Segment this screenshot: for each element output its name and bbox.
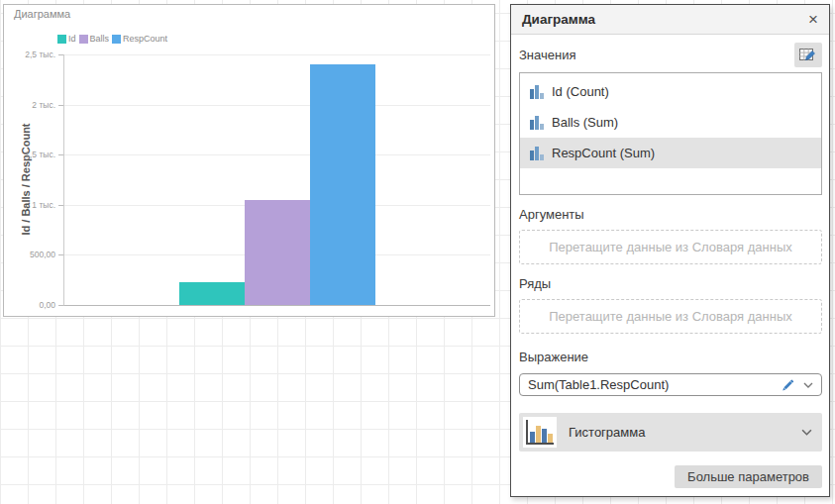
values-list-item[interactable]: Id (Count): [520, 76, 821, 107]
y-tick-label: 1 тыс.: [4, 200, 55, 210]
legend-item-respcount: RespCount: [112, 34, 167, 44]
values-list-item-label: Balls (Sum): [552, 115, 618, 130]
chart-type-select[interactable]: Гистограмма: [519, 413, 822, 452]
h-gridline: [64, 154, 490, 155]
chart-component[interactable]: Диаграмма IdBallsRespCount Id / Balls / …: [3, 4, 495, 317]
y-tick-label: 2 тыс.: [4, 100, 55, 110]
more-parameters-button[interactable]: Больше параметров: [675, 465, 822, 488]
expression-label: Выражение: [519, 350, 822, 364]
expression-field[interactable]: Sum(Table1.RespCount): [519, 373, 822, 396]
series-bars-icon: [530, 147, 544, 160]
chart-type-value: Гистограмма: [569, 425, 801, 440]
h-gridline: [64, 105, 490, 106]
series-dropzone[interactable]: Перетащите данные из Словаря данных: [519, 299, 822, 334]
bar-balls: [245, 200, 310, 305]
series-label: Ряды: [519, 276, 822, 291]
panel-footer: Больше параметров: [519, 465, 822, 488]
panel-body: Значения Id (Count)Balls (Sum)RespCount …: [511, 35, 829, 488]
bar-respcount: [310, 64, 375, 305]
arguments-drop-placeholder: Перетащите данные из Словаря данных: [549, 240, 792, 254]
y-axis: 0,00500,001 тыс.1,5 тыс.2 тыс.2,5 тыс.: [4, 5, 64, 318]
arguments-label: Аргументы: [519, 207, 822, 222]
chevron-down-icon[interactable]: [803, 382, 813, 388]
values-list-item[interactable]: RespCount (Sum): [520, 138, 821, 168]
arguments-dropzone[interactable]: Перетащите данные из Словаря данных: [519, 230, 822, 264]
panel-header: Диаграмма ×: [511, 5, 829, 35]
y-tick-label: 500,00: [4, 250, 55, 259]
plot-area: [63, 54, 490, 306]
pencil-icon[interactable]: [780, 377, 794, 392]
series-drop-placeholder: Перетащите данные из Словаря данных: [549, 309, 792, 324]
values-list-item-label: RespCount (Sum): [552, 146, 655, 160]
y-tick-label: 2,5 тыс.: [4, 50, 55, 59]
diagram-properties-panel: Диаграмма × Значения Id (Count)Balls (Su…: [510, 4, 830, 497]
legend-label: RespCount: [123, 34, 167, 44]
grid-pencil-icon: [798, 47, 818, 63]
y-tick-label: 0,00: [4, 300, 55, 310]
y-tick-label: 1,5 тыс.: [4, 150, 55, 159]
values-label: Значения: [519, 48, 575, 62]
legend-swatch: [112, 35, 121, 44]
legend-item-balls: Balls: [79, 34, 110, 44]
expression-value: Sum(Table1.RespCount): [528, 377, 780, 392]
legend-swatch: [79, 35, 88, 44]
legend-label: Id: [68, 34, 76, 44]
edit-values-button[interactable]: [794, 43, 822, 67]
h-gridline: [64, 54, 490, 55]
values-list-item-label: Id (Count): [552, 84, 609, 99]
legend-label: Balls: [90, 34, 110, 44]
bar-id: [179, 282, 245, 305]
series-bars-icon: [530, 116, 544, 130]
series-bars-icon: [530, 85, 544, 99]
histogram-icon: [523, 417, 557, 448]
values-list: Id (Count)Balls (Sum)RespCount (Sum): [519, 72, 822, 195]
chevron-down-icon: [801, 429, 812, 436]
values-section-header: Значения: [519, 42, 822, 67]
panel-title: Диаграмма: [522, 12, 595, 27]
chart-legend: IdBallsRespCount: [57, 34, 167, 44]
values-list-item[interactable]: Balls (Sum): [520, 107, 821, 138]
close-icon[interactable]: ×: [808, 11, 818, 28]
